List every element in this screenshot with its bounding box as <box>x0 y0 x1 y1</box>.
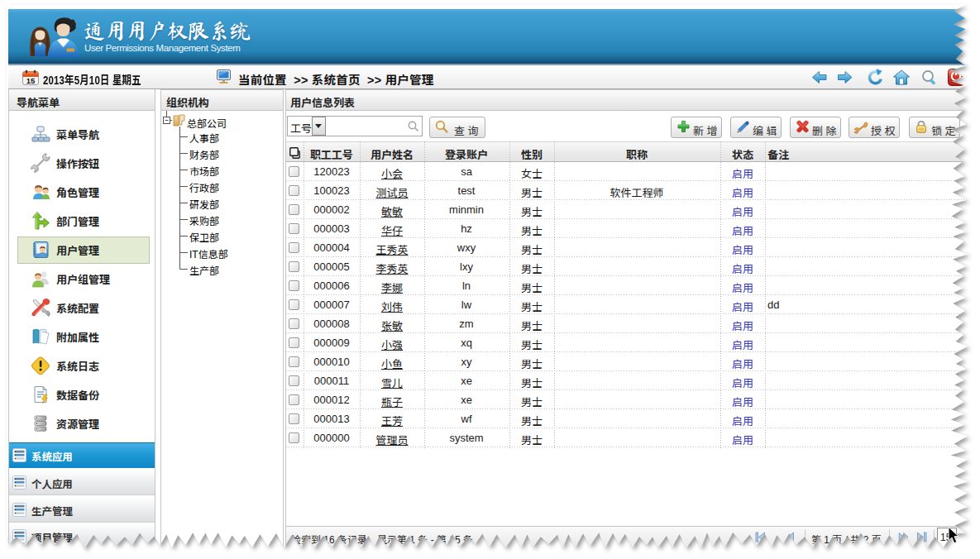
svg-text:15: 15 <box>26 76 36 85</box>
